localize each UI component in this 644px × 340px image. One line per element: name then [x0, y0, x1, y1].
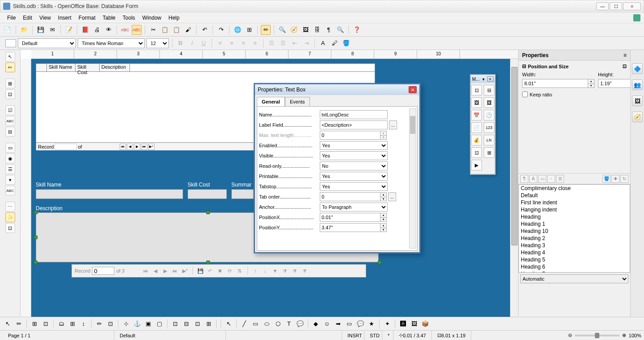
prop-taborder-input[interactable] — [320, 192, 381, 201]
dialog-scrollbar[interactable] — [409, 108, 416, 249]
font-size-select[interactable]: 12 — [146, 38, 169, 48]
control-tool[interactable]: ⊡ — [5, 89, 15, 99]
nav-removefilter-button[interactable]: ⧩ — [301, 267, 309, 275]
align-center-button[interactable]: ≡ — [227, 38, 237, 48]
checkbox-tool[interactable]: ☑ — [5, 105, 15, 115]
nav-sort-button[interactable]: ⇅ — [236, 267, 244, 275]
combo-tool[interactable]: ▾ — [5, 175, 15, 185]
polygon-tool[interactable]: ⬡ — [273, 319, 283, 329]
tablecontrol-tool[interactable]: ⊞ — [484, 147, 494, 158]
nav-record-input[interactable] — [92, 267, 114, 275]
sidebar-properties-tab[interactable]: 🔷 — [632, 63, 643, 74]
form-tool[interactable]: ⊞ — [5, 79, 15, 88]
update-style-button[interactable]: ↻ — [620, 175, 628, 183]
text-tool[interactable]: T — [284, 319, 294, 329]
symbol-shapes-tool[interactable]: ☺ — [322, 319, 332, 329]
align-right-button[interactable]: ≡ — [238, 38, 248, 48]
width-input[interactable] — [522, 79, 588, 88]
more-tool[interactable]: ⋯ — [5, 202, 15, 211]
para-styles-button[interactable]: ¶ — [520, 175, 528, 183]
style-item[interactable]: Heading 5 — [519, 256, 630, 263]
position-size-section[interactable]: ⊟Position and Size ⊡ — [522, 63, 627, 69]
email-button[interactable]: ✉ — [47, 25, 57, 35]
sidebar-gallery-tab[interactable]: 🖼 — [632, 95, 643, 106]
menu-window[interactable]: Window — [139, 13, 165, 22]
row-selector[interactable] — [36, 64, 47, 71]
undo-button[interactable]: ↶ — [200, 25, 209, 35]
points-tool[interactable]: ✦ — [382, 319, 392, 329]
tab-events[interactable]: Events — [285, 97, 310, 106]
select2-tool[interactable]: ↖ — [3, 319, 13, 329]
menu-table[interactable]: Table — [99, 13, 119, 22]
pattern-tool[interactable]: LN — [484, 135, 494, 145]
prop-labelfield-input[interactable] — [320, 120, 388, 129]
justify-button[interactable]: ≡ — [250, 38, 260, 48]
imagebutton-tool[interactable]: 🖼 — [471, 97, 482, 108]
fontwork-tool[interactable]: 🅰 — [398, 319, 408, 329]
scroll-thumb[interactable] — [511, 67, 518, 245]
labelfield-more-button[interactable]: ... — [389, 120, 397, 129]
autofocus-button[interactable]: ⊡ — [105, 319, 115, 329]
style-item[interactable]: Default — [519, 192, 630, 199]
width-spinner[interactable]: ▲▼ — [588, 79, 594, 88]
input-skill-cost[interactable] — [188, 189, 227, 199]
style-item[interactable]: Heading 7 — [519, 270, 630, 273]
paste-button[interactable]: 📋 — [171, 25, 181, 35]
maximize-button[interactable]: ☐ — [610, 2, 622, 10]
next-record-button[interactable]: ▶ — [134, 144, 140, 150]
handle-se[interactable] — [378, 261, 381, 264]
label-skill-cost[interactable]: Skill Cost — [188, 182, 210, 188]
formatted-tool[interactable]: ⊟ — [5, 127, 15, 137]
vertical-scrollbar[interactable] — [510, 59, 518, 317]
format-paint-button[interactable]: 🖌 — [183, 25, 193, 35]
nav-sortdesc-button[interactable]: ↓ — [261, 267, 269, 275]
menu-format[interactable]: Format — [75, 13, 99, 22]
rect-tool[interactable]: ▭ — [251, 319, 260, 329]
font-color-button[interactable]: A — [318, 38, 328, 48]
align-left-button[interactable]: ≡ — [215, 38, 225, 48]
ellipse-tool[interactable]: ⬭ — [262, 319, 272, 329]
addfield-button[interactable]: ⊞ — [67, 319, 77, 329]
new-record-button[interactable]: ▶* — [148, 144, 155, 150]
status-insrt[interactable]: INSRT — [342, 331, 364, 340]
download-icon[interactable] — [633, 14, 640, 21]
style-item[interactable]: Heading 4 — [519, 249, 630, 256]
fill-mode-button[interactable]: 🪣 — [602, 175, 611, 183]
panel-menu-icon[interactable]: ≡ — [623, 52, 627, 58]
prop-maxlen-input[interactable] — [320, 131, 381, 140]
open-design-button[interactable]: ✏ — [94, 319, 104, 329]
nav-last-button[interactable]: ⏭ — [171, 267, 179, 275]
help-button[interactable]: ❓ — [352, 25, 362, 35]
keep-ratio-checkbox[interactable] — [522, 91, 528, 97]
style-item[interactable]: Complimentary close — [519, 185, 630, 192]
wizard-tool[interactable]: ✨ — [5, 212, 15, 222]
cut-button[interactable]: ✂ — [148, 25, 158, 35]
anchor-button[interactable]: ⚓ — [132, 319, 142, 329]
zoom-button[interactable]: 🔍 — [335, 25, 345, 35]
col-skill-cost[interactable]: Skill Cost — [75, 64, 100, 71]
char-styles-button[interactable]: A — [529, 175, 537, 183]
design2-tool[interactable]: ✏ — [14, 319, 24, 329]
more-controls-toolbar[interactable]: M...▾✕ ⊡ ⊟ 🖼 🖼 📅 🕐 📄 123 💰 LN ⊡ ⊞ ▶ — [470, 74, 496, 175]
bg-color-button[interactable]: 🪣 — [341, 38, 351, 48]
find-button[interactable]: 🔍 — [277, 25, 287, 35]
filecontrol-tool[interactable]: 📄 — [471, 122, 482, 133]
spellcheck-button[interactable]: ABC — [120, 25, 130, 35]
preview-button[interactable]: 👁 — [104, 25, 113, 35]
sidebar-styles-tab[interactable]: 👥 — [632, 79, 643, 90]
pdf-button[interactable]: 📕 — [80, 25, 90, 35]
nav-refresh-button[interactable]: ⟳ — [226, 267, 234, 275]
groupbox-tool[interactable]: ⊡ — [471, 147, 482, 158]
menu-help[interactable]: Help — [165, 13, 183, 22]
label-summary[interactable]: Summar — [231, 182, 251, 188]
basic-shapes-tool[interactable]: ◆ — [311, 319, 321, 329]
style-item[interactable]: Heading 10 — [519, 228, 630, 235]
input-skill-name[interactable] — [36, 189, 183, 199]
input-summary[interactable] — [231, 189, 254, 199]
sendback-button[interactable]: ▢ — [155, 319, 164, 329]
nav-sortasc-button[interactable]: ↑ — [251, 267, 259, 275]
taborder-more-button[interactable]: ... — [388, 192, 396, 201]
style-item[interactable]: Heading 6 — [519, 263, 630, 270]
callout-shapes-tool[interactable]: 💬 — [355, 319, 365, 329]
style-filter-select[interactable]: Automatic — [520, 274, 628, 283]
